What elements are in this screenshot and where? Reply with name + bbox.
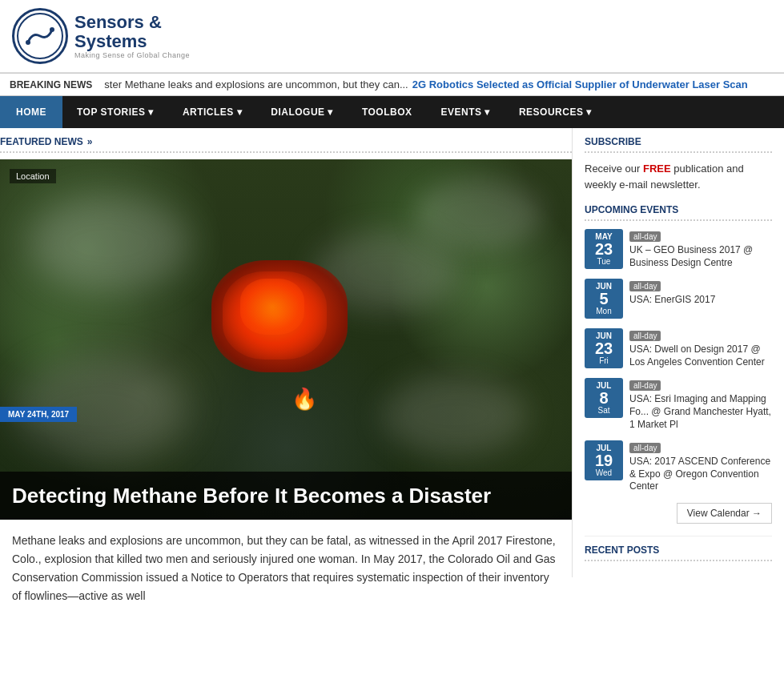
- nav-toolbox[interactable]: TOOLBOX: [348, 96, 427, 128]
- free-word: FREE: [643, 163, 671, 175]
- logo-container: Sensors & Systems Making Sense of Global…: [12, 8, 190, 64]
- event-badge-2: all-day: [629, 281, 661, 291]
- article-body: Methane leaks and explosions are uncommo…: [0, 532, 572, 605]
- main-layout: FEATURED NEWS » 🔥 Location MAY 24TH,: [0, 128, 784, 621]
- logo-icon: [12, 8, 68, 64]
- event-info-2: all-day USA: EnerGIS 2017: [629, 279, 772, 307]
- featured-news-header: FEATURED NEWS »: [0, 128, 572, 153]
- event-name-5: USA: 2017 ASCEND Conference & Expo @ Ore…: [629, 456, 772, 493]
- subscribe-section: SUBSCRIBE Receive our FREE publication a…: [585, 136, 772, 192]
- event-weekday-4: Sat: [589, 406, 618, 415]
- event-item-5: JUL 19 Wed all-day USA: 2017 ASCEND Conf…: [585, 440, 772, 493]
- event-day-2: 5: [589, 291, 618, 307]
- event-date-box-4: JUL 8 Sat: [585, 378, 623, 418]
- nav-dialogue[interactable]: DIALOGUE ▾: [256, 96, 348, 128]
- nav-articles[interactable]: ARTICLES ▾: [168, 96, 256, 128]
- content-area: FEATURED NEWS » 🔥 Location MAY 24TH,: [0, 128, 572, 621]
- event-name-3: USA: Dwell on Design 2017 @ Los Angeles …: [629, 344, 772, 368]
- event-info-4: all-day USA: Esri Imaging and Mapping Fo…: [629, 378, 772, 431]
- event-info-3: all-day USA: Dwell on Design 2017 @ Los …: [629, 328, 772, 368]
- nav-home[interactable]: HOME: [0, 96, 62, 128]
- flame-icon: 🔥: [291, 387, 317, 412]
- event-badge-4: all-day: [629, 380, 661, 391]
- date-badge: MAY 24TH, 2017: [0, 407, 77, 422]
- view-calendar-container: View Calendar →: [585, 503, 772, 524]
- svg-point-1: [26, 40, 30, 45]
- breaking-news-label: BREAKING NEWS: [10, 79, 92, 90]
- event-info-5: all-day USA: 2017 ASCEND Conference & Ex…: [629, 440, 772, 493]
- event-date-box-3: JUN 23 Fri: [585, 328, 623, 368]
- smoke-cloud-1: [29, 195, 189, 291]
- event-weekday-2: Mon: [589, 307, 618, 315]
- smoke-cloud-3: [415, 178, 543, 250]
- view-calendar-button[interactable]: View Calendar →: [677, 503, 772, 524]
- event-info-1: all-day UK – GEO Business 2017 @ Busines…: [629, 229, 772, 269]
- logo-text: Sensors & Systems Making Sense of Global…: [74, 13, 190, 59]
- event-badge-3: all-day: [629, 331, 661, 341]
- featured-news-label: FEATURED NEWS: [0, 136, 83, 147]
- event-weekday-3: Fri: [589, 356, 618, 365]
- subscribe-text: Receive our FREE publication and weekly …: [585, 161, 772, 192]
- event-badge-1: all-day: [629, 231, 661, 242]
- main-nav: HOME TOP STORIES ▾ ARTICLES ▾ DIALOGUE ▾…: [0, 96, 784, 128]
- event-day-5: 19: [589, 452, 618, 468]
- event-weekday-1: Tue: [589, 257, 618, 266]
- recent-posts-section: RECENT POSTS: [585, 536, 772, 561]
- event-item-4: JUL 8 Sat all-day USA: Esri Imaging and …: [585, 378, 772, 431]
- article-title: Detecting Methane Before It Becomes a Di…: [12, 483, 560, 509]
- event-date-box-5: JUL 19 Wed: [585, 440, 623, 480]
- event-badge-5: all-day: [629, 443, 661, 453]
- event-day-1: 23: [589, 241, 618, 257]
- fire-area-bright: [240, 279, 304, 335]
- featured-arrows-icon: »: [87, 136, 93, 147]
- event-date-box-1: MAY 23 Tue: [585, 229, 623, 269]
- event-name-1: UK – GEO Business 2017 @ Business Design…: [629, 244, 772, 269]
- event-day-4: 8: [589, 390, 618, 406]
- breaking-news-text1: ster Methane leaks and explosions are un…: [104, 78, 408, 90]
- logo-line2: Systems: [74, 32, 190, 51]
- recent-posts-title: RECENT POSTS: [585, 544, 772, 561]
- logo-line1: Sensors &: [74, 13, 190, 32]
- event-name-4: USA: Esri Imaging and Mapping Fo... @ Gr…: [629, 393, 772, 431]
- breaking-news-bar: BREAKING NEWS ster Methane leaks and exp…: [0, 73, 784, 96]
- logo-svg: [16, 12, 64, 60]
- article-title-overlay: Detecting Methane Before It Becomes a Di…: [0, 472, 572, 520]
- featured-image-container: 🔥 Location MAY 24TH, 2017 Detecting Meth…: [0, 159, 572, 520]
- event-item-1: MAY 23 Tue all-day UK – GEO Business 201…: [585, 229, 772, 269]
- breaking-news-text2: 2G Robotics Selected as Official Supplie…: [412, 78, 748, 90]
- location-badge: Location: [10, 169, 56, 183]
- nav-resources[interactable]: RESOURCES ▾: [505, 96, 606, 128]
- event-day-3: 23: [589, 340, 618, 356]
- svg-point-2: [50, 27, 54, 32]
- logo-tagline: Making Sense of Global Change: [74, 51, 190, 59]
- event-item-2: JUN 5 Mon all-day USA: EnerGIS 2017: [585, 279, 772, 319]
- event-weekday-5: Wed: [589, 468, 618, 477]
- sidebar: SUBSCRIBE Receive our FREE publication a…: [572, 128, 784, 577]
- header: Sensors & Systems Making Sense of Global…: [0, 0, 784, 73]
- smoke-cloud-5: [382, 376, 526, 456]
- event-date-box-2: JUN 5 Mon: [585, 279, 623, 319]
- subscribe-title: SUBSCRIBE: [585, 136, 772, 153]
- upcoming-events-section: UPCOMING EVENTS MAY 23 Tue all-day UK – …: [585, 204, 772, 524]
- upcoming-events-title: UPCOMING EVENTS: [585, 204, 772, 221]
- nav-events[interactable]: EVENTS ▾: [427, 96, 505, 128]
- nav-top-stories[interactable]: TOP STORIES ▾: [62, 96, 168, 128]
- event-item-3: JUN 23 Fri all-day USA: Dwell on Design …: [585, 328, 772, 368]
- event-name-2: USA: EnerGIS 2017: [629, 294, 772, 307]
